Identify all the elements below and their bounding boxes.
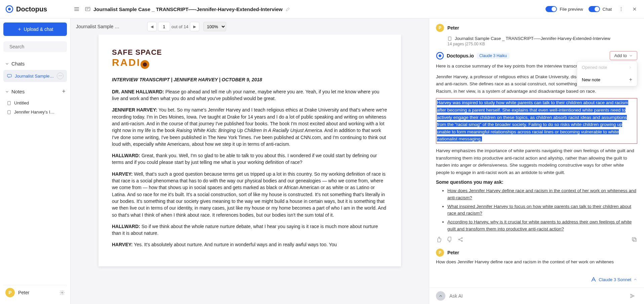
chat-label: Chat: [603, 7, 612, 12]
summary-paragraph: Harvey emphasizes the importance of whit…: [436, 147, 637, 176]
expand-input-button[interactable]: [436, 291, 445, 301]
search-input[interactable]: [9, 44, 68, 49]
sidebar-toggle-button[interactable]: [73, 5, 81, 13]
note-item[interactable]: Untitled: [3, 98, 67, 107]
chat-toggle-wrap: Chat: [589, 6, 612, 12]
close-button[interactable]: [631, 5, 639, 13]
add-to-button[interactable]: Add to: [610, 51, 637, 60]
app-logo-icon: [5, 5, 13, 13]
search-box[interactable]: [3, 41, 67, 52]
chat-scroll[interactable]: P Peter Journalist Sample Case _ TRANSCR…: [429, 18, 644, 288]
thumbs-down-icon[interactable]: [447, 236, 453, 243]
page-total: out of 14: [171, 24, 189, 29]
send-icon: [629, 293, 636, 299]
chats-label: Chats: [11, 61, 25, 67]
file-icon: [447, 36, 452, 41]
app-name: Doctopus: [16, 5, 47, 13]
copy-icon[interactable]: [631, 236, 637, 243]
user-name: Peter: [18, 290, 56, 295]
transcript-heading: INTERVIEW TRANSCRIPT | JENNIFER HARVEY |…: [112, 77, 388, 82]
add-to-new-note[interactable]: New note +: [577, 73, 637, 86]
edit-title-icon[interactable]: [285, 6, 291, 12]
file-reference[interactable]: Journalist Sample Case _ TRANSCRIPT-—-Je…: [436, 35, 637, 42]
sidebar-chat-item[interactable]: Journalist Sample … ⋯: [3, 70, 67, 82]
chat-icon: [7, 73, 12, 79]
add-to-opened-note: Opened note: [577, 61, 637, 73]
suggested-questions-list: How does Jennifer Harvey define race and…: [436, 187, 637, 232]
plus-icon: [17, 27, 22, 32]
svg-rect-11: [448, 37, 451, 40]
thumbs-up-icon[interactable]: [436, 236, 442, 243]
chat-panel: P Peter Journalist Sample Case _ TRANSCR…: [429, 18, 644, 304]
svg-rect-2: [85, 7, 90, 11]
note-item[interactable]: Jennifer Harvey's I…: [3, 107, 67, 117]
transcript-paragraph: DR. ANNE HALLWARD: Please go ahead and t…: [112, 88, 388, 102]
document-title-bar: Journalist Sample Case _ TRANSCRIPT-—-Je…: [81, 6, 546, 12]
next-page-button[interactable]: ▶: [190, 22, 199, 31]
file-metadata: 14 pages |275.00 KB: [436, 42, 637, 46]
notes-label: Notes: [11, 89, 25, 94]
notes-section-header[interactable]: Notes +: [3, 86, 67, 97]
document-viewport[interactable]: SAFE SPACE RADI INTERVIEW TRANSCRIPT | J…: [71, 35, 429, 304]
chat-toggle[interactable]: [589, 6, 600, 12]
kebab-icon: [618, 6, 624, 12]
user-profile-row[interactable]: P Peter: [3, 285, 67, 300]
zoom-select[interactable]: 100%: [203, 22, 226, 31]
avatar: P: [436, 249, 444, 257]
user-message-header: P Peter: [436, 249, 637, 257]
user-question: How does Jennifer Harvey define race and…: [436, 259, 637, 264]
svg-rect-9: [8, 110, 10, 114]
breadcrumb: Journalist Sample …: [76, 24, 143, 29]
prev-page-button[interactable]: ◀: [147, 22, 157, 31]
sidebar: Upload & chat Chats Journalist Sample … …: [0, 18, 71, 304]
page-input[interactable]: [158, 22, 170, 31]
transcript-paragraph: HARVEY: Well, that's such a good questio…: [112, 171, 388, 218]
chevron-up-icon: [438, 294, 443, 298]
hamburger-icon: [74, 6, 80, 12]
user-name: Peter: [447, 250, 459, 255]
svg-point-15: [461, 237, 462, 238]
transcript-paragraph: HARVEY: Yes. It's absolutely about nurtu…: [112, 241, 388, 248]
plus-icon: +: [629, 77, 632, 83]
user-message-header: P Peter: [436, 24, 637, 32]
svg-point-13: [439, 54, 441, 57]
ai-icon: [591, 276, 597, 283]
add-note-button[interactable]: +: [62, 88, 66, 95]
chevron-right-icon: [628, 66, 632, 70]
add-to-menu: Opened note New note +: [577, 61, 637, 86]
transcript-paragraph: JENNIFER HARVEY: You bet. So my name's J…: [112, 106, 388, 147]
svg-point-3: [621, 7, 621, 8]
avatar: P: [436, 24, 444, 32]
header-controls: File preview Chat: [546, 5, 639, 13]
share-icon[interactable]: [457, 236, 464, 243]
model-badge: Claude 3 Haiku: [477, 53, 510, 59]
svg-point-4: [621, 9, 621, 9]
document-title: Journalist Sample Case _ TRANSCRIPT-—-Je…: [93, 6, 283, 12]
chevron-up-icon: [633, 277, 637, 281]
gear-icon[interactable]: [59, 290, 65, 295]
svg-point-14: [458, 239, 459, 240]
app-header: Doctopus Journalist Sample Case _ TRANSC…: [0, 0, 644, 18]
transcript-paragraph: HALLWARD: Great, thank you. Well, I'm so…: [112, 152, 388, 166]
message-actions: [436, 236, 637, 243]
highlighted-selection[interactable]: Harvey was inspired to study how white p…: [436, 98, 637, 144]
document-icon: [7, 101, 11, 105]
chat-doc-icon: [85, 6, 91, 12]
document-toolbar: Journalist Sample … ◀ out of 14 ▶ 100%: [71, 18, 429, 35]
ask-ai-input[interactable]: [449, 293, 624, 299]
chevron-down-icon: [5, 61, 9, 66]
send-button[interactable]: [628, 291, 637, 301]
document-icon: [7, 110, 11, 115]
suggested-question[interactable]: What inspired Jennifer Harvey to focus o…: [447, 203, 637, 217]
upload-label: Upload & chat: [24, 27, 53, 32]
more-options-button[interactable]: [617, 5, 625, 13]
svg-point-10: [62, 292, 63, 293]
upload-chat-button[interactable]: Upload & chat: [3, 23, 67, 36]
model-selector[interactable]: Claude 3 Sonnet: [591, 276, 637, 283]
chat-item-more-button[interactable]: ⋯: [57, 73, 64, 79]
suggested-question[interactable]: According to Harvey, why is it crucial f…: [447, 219, 637, 232]
file-preview-toggle[interactable]: [546, 6, 557, 12]
bot-name: Doctopus.io: [447, 53, 474, 58]
chats-section-header[interactable]: Chats: [3, 59, 67, 69]
suggested-question[interactable]: How does Jennifer Harvey define race and…: [447, 187, 637, 201]
